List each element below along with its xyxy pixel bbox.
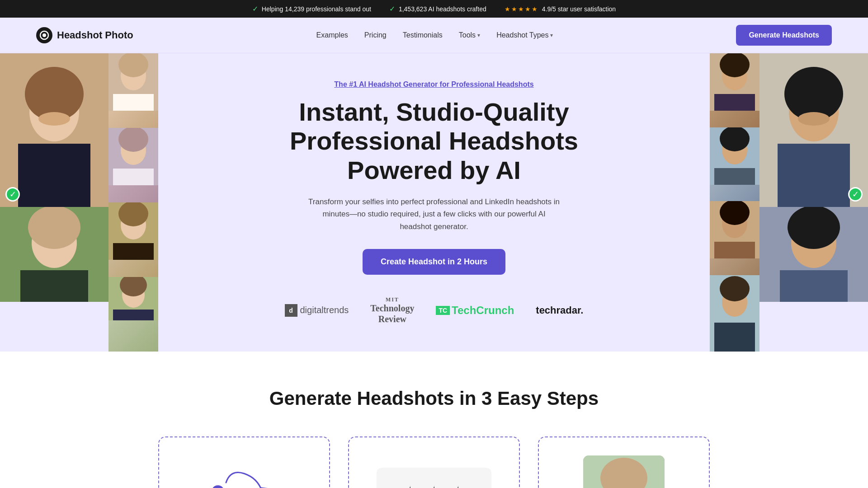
hero-right-main-top: ✓	[760, 53, 868, 207]
svg-rect-5	[18, 144, 90, 207]
techcrunch-label: TechCrunch	[452, 304, 514, 317]
svg-rect-30	[714, 94, 755, 111]
banner-item-3: ★★★★★ 4.9/5 star user satisfaction	[505, 5, 616, 13]
top-banner: ✓ Helping 14,239 professionals stand out…	[0, 0, 868, 18]
nav-item-testimonials[interactable]: Testimonials	[403, 31, 443, 39]
hero-main-photo-1: ✓	[0, 53, 108, 207]
banner-item-1: ✓ Helping 14,239 professionals stand out	[252, 5, 371, 13]
step-3-inner: ✓	[583, 455, 665, 488]
hero-center: The #1 AI Headshot Generator for Profess…	[158, 53, 710, 352]
tools-dropdown-arrow: ▾	[477, 32, 480, 38]
navbar: Headshot Photo Examples Pricing Testimon…	[0, 18, 868, 53]
nav-item-examples[interactable]: Examples	[316, 31, 348, 39]
svg-point-9	[28, 207, 80, 249]
nav-link-testimonials[interactable]: Testimonials	[403, 31, 443, 39]
mit-header: MIT	[370, 296, 414, 303]
hero-small-photo-3	[108, 202, 158, 277]
svg-point-1	[42, 33, 46, 37]
nav-link-pricing[interactable]: Pricing	[364, 31, 387, 39]
steps-title: Generate Headshots in 3 Easy Steps	[36, 388, 832, 409]
hero-right-small-3	[710, 201, 760, 275]
press-logos: d digitaltrends MIT TechnologyReview TC …	[285, 296, 584, 324]
step-2-inner: ✦ ✦ ✦ Generating Headshots...	[377, 468, 491, 488]
hero-tagline: The #1 AI Headshot Generator for Profess…	[334, 80, 533, 89]
hero-left-photos: ✓	[0, 53, 158, 352]
banner-text-2: 1,453,623 AI headshots crafted	[399, 5, 486, 13]
hero-right-small-4	[710, 275, 760, 352]
step-card-1: +	[158, 436, 330, 488]
headshot-types-dropdown-arrow: ▾	[550, 32, 553, 38]
step-1-illustration: +	[203, 465, 285, 488]
hero-small-photo-1	[108, 53, 158, 128]
hero-cta-button[interactable]: Create Headshot in 2 Hours	[363, 249, 505, 275]
nav-item-headshot-types[interactable]: Headshot Types ▾	[496, 31, 553, 39]
svg-point-41	[720, 276, 750, 301]
hero-right-small-1	[710, 53, 760, 127]
banner-item-2: ✓ 1,453,623 AI headshots crafted	[389, 5, 486, 13]
check-icon-2: ✓	[389, 5, 395, 13]
press-logo-mit: MIT TechnologyReview	[370, 296, 414, 324]
nav-link-tools[interactable]: Tools ▾	[459, 31, 480, 39]
step-card-2: ✦ ✦ ✦ Generating Headshots...	[348, 436, 520, 488]
logo-text: Headshot Photo	[57, 29, 133, 41]
hero-small-photo-2	[108, 128, 158, 202]
hero-left-small-col	[108, 53, 158, 352]
hero-section: ✓	[0, 53, 868, 352]
hero-main-photo-2	[0, 207, 108, 302]
nav-link-examples[interactable]: Examples	[316, 31, 348, 39]
techcrunch-icon: TC	[436, 306, 450, 315]
star-rating: ★★★★★	[505, 5, 538, 13]
banner-text-3: 4.9/5 star user satisfaction	[542, 5, 616, 13]
svg-point-47	[798, 112, 830, 126]
svg-rect-22	[113, 243, 154, 260]
svg-point-6	[38, 112, 70, 126]
svg-rect-14	[113, 94, 154, 111]
svg-rect-46	[778, 144, 850, 207]
svg-rect-26	[113, 310, 154, 320]
steps-section: Generate Headshots in 3 Easy Steps	[0, 352, 868, 488]
generate-headshots-button[interactable]: Generate Headshots	[736, 25, 832, 46]
mit-body: TechnologyReview	[370, 303, 414, 324]
step-card-3: ✓	[538, 436, 710, 488]
nav-link-headshot-types[interactable]: Headshot Types ▾	[496, 31, 553, 39]
press-logo-techradar: techradar.	[536, 305, 583, 316]
step-1-inner: +	[203, 465, 285, 488]
hero-right-small-2	[710, 127, 760, 202]
svg-rect-34	[714, 168, 755, 185]
hero-right-photos: ✓	[710, 53, 868, 352]
svg-point-50	[788, 207, 840, 249]
step-2-box: ✦ ✦ ✦ Generating Headshots...	[377, 468, 491, 488]
techradar-label: techradar.	[536, 305, 583, 316]
svg-rect-42	[714, 323, 755, 352]
hero-left-main-col: ✓	[0, 53, 108, 352]
hero-right-main-bot	[760, 207, 868, 302]
hero-right-check: ✓	[848, 187, 863, 202]
svg-rect-51	[780, 270, 848, 302]
logo-icon	[36, 27, 52, 43]
hero-small-photo-4	[108, 277, 158, 352]
svg-rect-18	[113, 169, 154, 185]
press-logo-techcrunch: TC TechCrunch	[436, 304, 514, 317]
check-icon-1: ✓	[252, 5, 258, 13]
hero-right-main-col: ✓	[760, 53, 868, 352]
hero-headline: Instant, Studio-Quality Professional Hea…	[276, 98, 592, 185]
nav-item-pricing[interactable]: Pricing	[364, 31, 387, 39]
banner-text-1: Helping 14,239 professionals stand out	[262, 5, 371, 13]
hero-subtext: Transform your selfies into perfect prof…	[307, 196, 561, 233]
nav-links: Examples Pricing Testimonials Tools ▾ He…	[316, 31, 553, 39]
svg-rect-38	[714, 242, 755, 258]
press-logo-digitaltrends: d digitaltrends	[285, 304, 349, 317]
digitaltrends-label: digitaltrends	[300, 305, 349, 315]
digitaltrends-icon: d	[285, 304, 297, 317]
step-3-result-photo: ✓	[583, 455, 665, 488]
hero-right-small-col	[710, 53, 760, 352]
logo[interactable]: Headshot Photo	[36, 27, 133, 43]
steps-cards: + ✦ ✦ ✦ Generating Headshots...	[36, 436, 832, 488]
svg-rect-10	[20, 270, 88, 302]
hero-photo-1-check: ✓	[5, 187, 20, 202]
nav-item-tools[interactable]: Tools ▾	[459, 31, 480, 39]
step-2-sparkles: ✦ ✦ ✦	[395, 481, 473, 488]
